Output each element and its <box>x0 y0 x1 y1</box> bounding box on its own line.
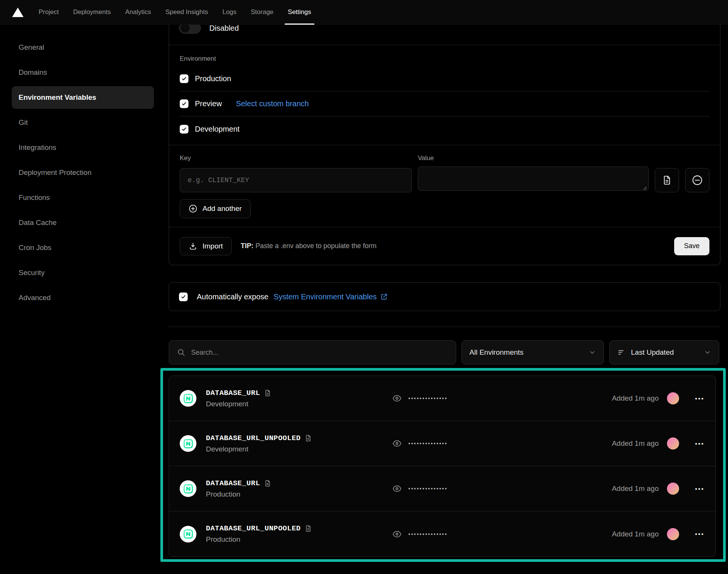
user-avatar <box>667 483 679 495</box>
environment-filter-label: All Environments <box>469 348 583 357</box>
sidebar-item-security[interactable]: Security <box>12 261 154 284</box>
add-another-label: Add another <box>202 204 242 213</box>
select-custom-branch-link[interactable]: Select custom branch <box>236 99 309 108</box>
environment-label: Environment <box>180 55 709 63</box>
settings-sidebar: General Domains Environment Variables Gi… <box>0 25 169 562</box>
reveal-value-icon[interactable] <box>392 484 402 494</box>
nav-tab-settings[interactable]: Settings <box>288 0 311 25</box>
filter-row: All Environments Last Updated <box>169 340 720 365</box>
preview-checkbox[interactable] <box>180 99 188 108</box>
disabled-toggle[interactable] <box>179 25 201 34</box>
masked-value: •••••••••••••• <box>408 395 448 401</box>
var-environment: Production <box>206 490 271 499</box>
production-checkbox[interactable] <box>180 74 188 83</box>
var-name: DATABASE_URL <box>206 389 260 397</box>
added-time: Added 1m ago <box>612 394 659 403</box>
env-var-row: DATABASE_URL Production •••••• <box>169 466 715 511</box>
sidebar-item-environment-variables[interactable]: Environment Variables <box>12 86 154 109</box>
note-icon <box>264 480 271 487</box>
masked-value: •••••••••••••• <box>408 440 448 447</box>
neon-integration-icon <box>180 480 196 497</box>
user-avatar <box>667 392 679 404</box>
env-var-row: DATABASE_URL Development ••••• <box>169 376 715 421</box>
added-time: Added 1m ago <box>612 484 659 493</box>
development-checkbox[interactable] <box>180 125 188 134</box>
masked-value: •••••••••••••• <box>408 486 448 492</box>
sidebar-item-git[interactable]: Git <box>12 111 154 134</box>
resize-handle-icon[interactable] <box>642 186 647 190</box>
var-environment: Production <box>206 535 312 544</box>
env-var-list: DATABASE_URL Development ••••• <box>169 376 716 557</box>
nav-tab-logs[interactable]: Logs <box>223 0 237 25</box>
import-label: Import <box>202 242 223 250</box>
var-name: DATABASE_URL <box>206 479 260 488</box>
sidebar-item-general[interactable]: General <box>12 36 154 59</box>
auto-expose-checkbox[interactable] <box>179 293 188 301</box>
env-var-row: DATABASE_URL_UNPOOLED Development <box>169 421 715 466</box>
added-time: Added 1m ago <box>612 530 659 538</box>
reveal-value-icon[interactable] <box>392 439 402 448</box>
environment-section: Environment Production Preview Select cu… <box>169 45 720 145</box>
environment-filter-dropdown[interactable]: All Environments <box>461 340 604 365</box>
import-button[interactable]: Import <box>180 237 232 255</box>
remove-row-button[interactable] <box>685 168 709 192</box>
masked-value: •••••••••••••• <box>408 531 448 537</box>
var-environment: Development <box>206 400 271 408</box>
search-box <box>169 340 456 365</box>
row-menu-button[interactable]: ••• <box>695 486 704 492</box>
environment-row-production: Production <box>180 66 709 91</box>
sidebar-item-domains[interactable]: Domains <box>12 61 154 84</box>
value-label: Value <box>418 154 649 162</box>
nav-tab-speed-insights[interactable]: Speed Insights <box>165 0 208 25</box>
disabled-toggle-label: Disabled <box>209 25 239 33</box>
auto-expose-label: Automatically expose System Environment … <box>197 293 388 301</box>
sidebar-item-data-cache[interactable]: Data Cache <box>12 211 154 234</box>
reveal-value-icon[interactable] <box>392 393 402 403</box>
annotation-highlight: DATABASE_URL Development ••••• <box>160 368 726 562</box>
sidebar-item-integrations[interactable]: Integrations <box>12 136 154 159</box>
sidebar-item-advanced[interactable]: Advanced <box>12 286 154 309</box>
env-var-form-card: Disabled Environment Production Preview <box>169 25 720 265</box>
paste-env-file-button[interactable] <box>655 168 679 192</box>
env-var-row: DATABASE_URL_UNPOOLED Production <box>169 511 715 557</box>
sidebar-item-cron-jobs[interactable]: Cron Jobs <box>12 236 154 259</box>
nav-tab-deployments[interactable]: Deployments <box>73 0 111 25</box>
divider <box>169 327 720 327</box>
sort-label: Last Updated <box>631 348 698 357</box>
system-env-variables-link[interactable]: System Environment Variables <box>274 293 388 301</box>
neon-integration-icon <box>180 390 196 407</box>
sidebar-item-deployment-protection[interactable]: Deployment Protection <box>12 161 154 184</box>
save-button[interactable]: Save <box>674 237 709 255</box>
search-input[interactable] <box>191 349 448 357</box>
reveal-value-icon[interactable] <box>392 529 402 539</box>
sort-dropdown[interactable]: Last Updated <box>609 340 719 365</box>
row-menu-button[interactable]: ••• <box>695 395 704 402</box>
chevron-down-icon <box>588 349 596 356</box>
var-name: DATABASE_URL_UNPOOLED <box>206 434 301 442</box>
preview-label: Preview <box>195 99 222 108</box>
top-nav: Project Deployments Analytics Speed Insi… <box>0 0 728 25</box>
environment-row-development: Development <box>180 116 709 142</box>
key-value-section: Key Value <box>169 145 720 227</box>
added-time: Added 1m ago <box>612 439 659 448</box>
form-footer: Import TIP: Paste a .env above to popula… <box>169 227 720 265</box>
nav-tab-project[interactable]: Project <box>39 0 59 25</box>
note-icon <box>304 525 312 532</box>
disabled-toggle-section: Disabled <box>169 25 720 45</box>
sidebar-item-functions[interactable]: Functions <box>12 186 154 209</box>
user-avatar <box>667 437 679 450</box>
key-label: Key <box>180 154 412 162</box>
row-menu-button[interactable]: ••• <box>695 531 704 537</box>
tip-text: TIP: Paste a .env above to populate the … <box>241 242 377 250</box>
note-icon <box>304 434 312 442</box>
var-environment: Development <box>206 445 312 453</box>
nav-tab-analytics[interactable]: Analytics <box>125 0 151 25</box>
var-name: DATABASE_URL_UNPOOLED <box>206 524 301 533</box>
vercel-logo-icon[interactable] <box>11 6 24 18</box>
key-input[interactable] <box>180 168 412 192</box>
production-label: Production <box>195 74 231 83</box>
nav-tab-storage[interactable]: Storage <box>251 0 274 25</box>
add-another-button[interactable]: Add another <box>180 199 251 218</box>
value-input[interactable] <box>418 167 649 191</box>
row-menu-button[interactable]: ••• <box>695 440 704 447</box>
